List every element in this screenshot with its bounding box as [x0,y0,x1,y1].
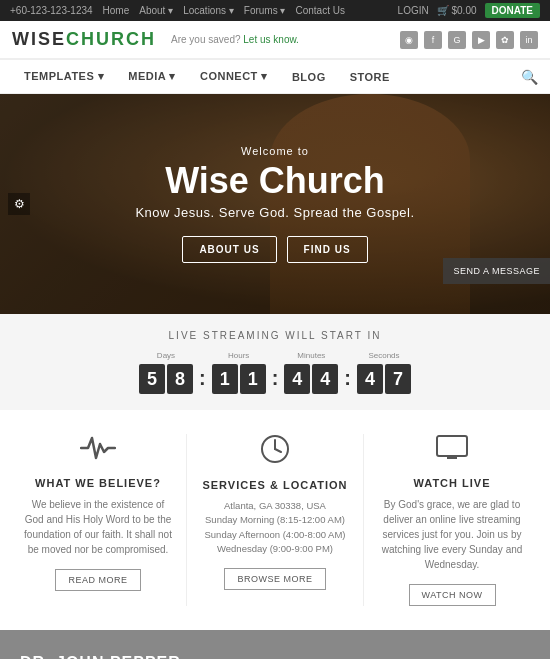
days-digit-1: 5 [139,364,165,394]
hours-label: Hours [228,351,249,360]
linkedin-icon[interactable]: in [520,31,538,49]
seconds-label: Seconds [368,351,399,360]
seconds-digit-2: 7 [385,364,411,394]
vine-icon[interactable]: ✿ [496,31,514,49]
googleplus-icon[interactable]: G [448,31,466,49]
cart-info: 🛒 $0.00 [437,5,477,16]
seconds-digit-1: 4 [357,364,383,394]
days-label: Days [157,351,175,360]
sep-2: : [272,367,279,394]
sep-3: : [344,367,351,394]
youtube-icon[interactable]: ▶ [472,31,490,49]
pastor-section: DR. JOHN PEPPER Senior Pastor "Glory to … [0,630,550,659]
minutes-digit-1: 4 [284,364,310,394]
nav-forums[interactable]: Forums ▾ [244,5,286,16]
clock-icon [199,434,351,471]
sep-1: : [199,367,206,394]
believe-title: WHAT WE BELIEVE? [22,477,174,489]
tagline-link[interactable]: Let us know. [243,34,299,45]
hero-small-text: Welcome to [135,145,414,157]
days-digits: 5 8 [139,364,193,394]
believe-btn[interactable]: READ MORE [55,569,140,591]
countdown-section: LIVE STREAMING WILL START IN Days 5 8 : … [0,314,550,410]
services-text: Atlanta, GA 30338, USA Sunday Morning (8… [199,499,351,556]
hero-title: Wise Church [135,161,414,201]
svg-line-2 [275,449,281,452]
send-message-button[interactable]: SEND A MESSAGE [443,258,550,284]
top-bar: +60-123-123-1234 Home About ▾ Locations … [0,0,550,21]
hero-buttons: ABOUT US FIND US [135,236,414,263]
logo: WISE CHURCH [12,29,156,50]
hero-subtitle: Know Jesus. Serve God. Spread the Gospel… [135,205,414,220]
days-block: Days 5 8 [139,351,193,394]
logo-wise: WISE [12,29,66,50]
main-nav: TEMPLATES ▾ MEDIA ▾ CONNECT ▾ BLOG STORE… [0,59,550,94]
minutes-digits: 4 4 [284,364,338,394]
hero-content: Welcome to Wise Church Know Jesus. Serve… [115,125,434,283]
days-digit-2: 8 [167,364,193,394]
hours-digit-2: 1 [240,364,266,394]
seconds-digits: 4 7 [357,364,411,394]
feature-services: SERVICES & LOCATION Atlanta, GA 30338, U… [187,434,364,606]
countdown-timer: Days 5 8 : Hours 1 1 : Minutes 4 4 : Sec… [16,351,534,394]
services-title: SERVICES & LOCATION [199,479,351,491]
hours-block: Hours 1 1 [212,351,266,394]
nav-connect[interactable]: CONNECT ▾ [188,60,280,93]
nav-about[interactable]: About ▾ [139,5,173,16]
header-left: WISE CHURCH Are you saved? Let us know. [12,29,299,50]
watch-title: WATCH LIVE [376,477,528,489]
heartbeat-icon [22,434,174,469]
seconds-block: Seconds 4 7 [357,351,411,394]
pastor-name: DR. JOHN PEPPER [20,654,420,659]
watch-text: By God's grace, we are glad to deliver a… [376,497,528,572]
donate-button[interactable]: DONATE [485,3,540,18]
feature-believe: WHAT WE BELIEVE? We believe in the exist… [10,434,187,606]
nav-links: TEMPLATES ▾ MEDIA ▾ CONNECT ▾ BLOG STORE [12,60,402,93]
site-header: WISE CHURCH Are you saved? Let us know. … [0,21,550,59]
header-tagline: Are you saved? Let us know. [171,34,299,45]
countdown-title: LIVE STREAMING WILL START IN [16,330,534,341]
phone: +60-123-123-1234 [10,5,93,16]
monitor-icon [376,434,528,469]
pastor-content: DR. JOHN PEPPER Senior Pastor "Glory to … [20,654,420,659]
hours-digit-1: 1 [212,364,238,394]
nav-locations[interactable]: Locations ▾ [183,5,234,16]
search-icon[interactable]: 🔍 [521,69,538,85]
svg-rect-3 [437,436,467,456]
hours-digits: 1 1 [212,364,266,394]
social-icons: ◉ f G ▶ ✿ in [400,31,538,49]
facebook-icon[interactable]: f [424,31,442,49]
minutes-label: Minutes [297,351,325,360]
rss-icon[interactable]: ◉ [400,31,418,49]
settings-icon[interactable]: ⚙ [8,193,30,215]
about-us-button[interactable]: ABOUT US [182,236,276,263]
logo-church: CHURCH [66,29,156,50]
services-btn[interactable]: BROWSE MORE [224,568,325,590]
believe-text: We believe in the existence of God and H… [22,497,174,557]
top-bar-left: +60-123-123-1234 Home About ▾ Locations … [10,5,345,16]
nav-home[interactable]: Home [103,5,130,16]
nav-templates[interactable]: TEMPLATES ▾ [12,60,116,93]
feature-watch: WATCH LIVE By God's grace, we are glad t… [364,434,540,606]
top-bar-right: LOGIN 🛒 $0.00 DONATE [398,3,540,18]
nav-blog[interactable]: BLOG [280,60,338,93]
hero-section: ⚙ Welcome to Wise Church Know Jesus. Ser… [0,94,550,314]
login-link[interactable]: LOGIN [398,5,429,16]
nav-media[interactable]: MEDIA ▾ [116,60,188,93]
features-section: WHAT WE BELIEVE? We believe in the exist… [0,410,550,630]
nav-contact[interactable]: Contact Us [295,5,344,16]
minutes-digit-2: 4 [312,364,338,394]
watch-btn[interactable]: WATCH NOW [409,584,496,606]
minutes-block: Minutes 4 4 [284,351,338,394]
find-us-button[interactable]: FIND US [287,236,368,263]
nav-store[interactable]: STORE [338,60,402,93]
